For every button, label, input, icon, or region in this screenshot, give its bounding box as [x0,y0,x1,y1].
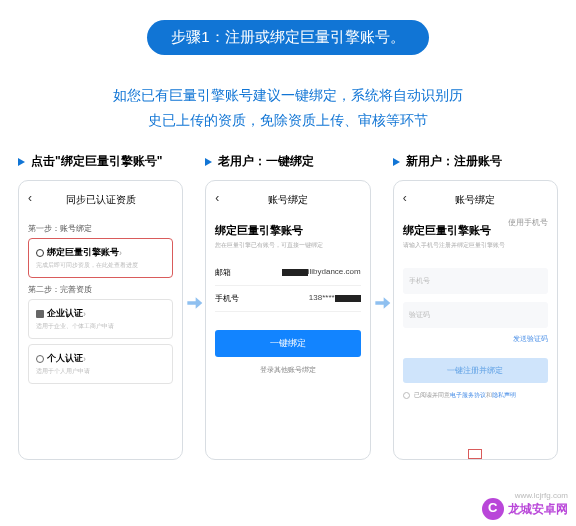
col-2: 老用户：一键绑定 ‹ 账号绑定 绑定巨量引擎账号 您在巨量引擎已有账号，可直接一… [205,153,370,460]
bind-sub: 请输入手机号注册并绑定巨量引擎账号 [403,241,505,250]
col-1: 点击"绑定巨量引擎账号" ‹ 同步已认证资质 第一步：账号绑定 绑定巨量引擎账号… [18,153,183,460]
watermark: 龙城安卓网 [482,498,568,520]
phone-value: 138**** [309,293,361,304]
phone-input[interactable]: 手机号 [403,268,548,294]
arrow-2 [371,153,393,313]
bind-sub: 您在巨量引擎已有账号，可直接一键绑定 [215,241,360,250]
email-value: ilibydance.com [282,267,361,278]
chevron-right-icon: › [83,309,86,319]
arrow-right-icon [184,293,204,313]
section-1-label: 第一步：账号绑定 [28,223,173,234]
phone-label: 手机号 [215,293,239,304]
phone-3: ‹ 账号绑定 绑定巨量引擎账号 请输入手机号注册并绑定巨量引擎账号 使用手机号 … [393,180,558,460]
send-code-link[interactable]: 发送验证码 [403,334,548,344]
arrow-1 [183,153,205,313]
register-bind-button[interactable]: 一键注册并绑定 [403,358,548,383]
pill-sub: 完成后即可同步资质，在此处查看进度 [36,261,165,270]
tab-phone[interactable]: 使用手机号 [508,217,548,228]
col-1-title: 点击"绑定巨量引擎账号" [18,153,183,170]
red-highlight [468,449,482,459]
phone-row: 手机号 138**** [215,286,360,312]
back-icon[interactable]: ‹ [28,191,32,205]
triangle-icon [393,158,400,166]
watermark-logo-icon [482,498,504,520]
columns-row: 点击"绑定巨量引擎账号" ‹ 同步已认证资质 第一步：账号绑定 绑定巨量引擎账号… [0,153,576,460]
back-icon[interactable]: ‹ [403,191,407,205]
bind-title: 绑定巨量引擎账号 [403,223,505,238]
phone-2: ‹ 账号绑定 绑定巨量引擎账号 您在巨量引擎已有账号，可直接一键绑定 邮箱 il… [205,180,370,460]
phone-1-header: ‹ 同步已认证资质 [28,191,173,217]
phone-3-header: ‹ 账号绑定 [403,191,548,217]
phone-2-header: ‹ 账号绑定 [215,191,360,217]
email-row: 邮箱 ilibydance.com [215,260,360,286]
person-icon [36,355,44,363]
pill-title: 绑定巨量引擎账号 › [36,246,165,259]
chevron-right-icon: › [83,354,86,364]
one-click-bind-button[interactable]: 一键绑定 [215,330,360,357]
col-3-title: 新用户：注册账号 [393,153,558,170]
intro-line2: 史已上传的资质，免除资质上传、审核等环节 [148,112,428,128]
step-badge: 步骤1：注册或绑定巨量引擎账号。 [147,20,428,55]
email-label: 邮箱 [215,267,231,278]
checkbox-icon[interactable] [403,392,410,399]
triangle-icon [205,158,212,166]
bind-title: 绑定巨量引擎账号 [215,223,360,238]
chevron-right-icon: › [119,248,122,258]
building-icon [36,310,44,318]
watermark-text: 龙城安卓网 [508,501,568,518]
back-icon[interactable]: ‹ [215,191,219,205]
intro-text: 如您已有巨量引擎账号建议一键绑定，系统将自动识别历 史已上传的资质，免除资质上传… [0,55,576,153]
privacy-link[interactable]: 隐私声明 [492,391,516,400]
triangle-icon [18,158,25,166]
biz-auth-pill[interactable]: 企业认证 › 适用于企业、个体工商户申请 [28,299,173,339]
col-3: 新用户：注册账号 ‹ 账号绑定 绑定巨量引擎账号 请输入手机号注册并绑定巨量引擎… [393,153,558,460]
personal-auth-pill[interactable]: 个人认证 › 适用于个人用户申请 [28,344,173,384]
section-2-label: 第二步：完善资质 [28,284,173,295]
arrow-right-icon [372,293,392,313]
terms-row: 已阅读并同意 电子服务协议 和 隐私声明 [403,391,548,400]
code-input[interactable]: 验证码 [403,302,548,328]
link-icon [36,249,44,257]
col-2-title: 老用户：一键绑定 [205,153,370,170]
other-account-link[interactable]: 登录其他账号绑定 [215,365,360,375]
intro-line1: 如您已有巨量引擎账号建议一键绑定，系统将自动识别历 [113,87,463,103]
service-agreement-link[interactable]: 电子服务协议 [450,391,486,400]
bind-engine-pill[interactable]: 绑定巨量引擎账号 › 完成后即可同步资质，在此处查看进度 [28,238,173,278]
phone-1: ‹ 同步已认证资质 第一步：账号绑定 绑定巨量引擎账号 › 完成后即可同步资质，… [18,180,183,460]
